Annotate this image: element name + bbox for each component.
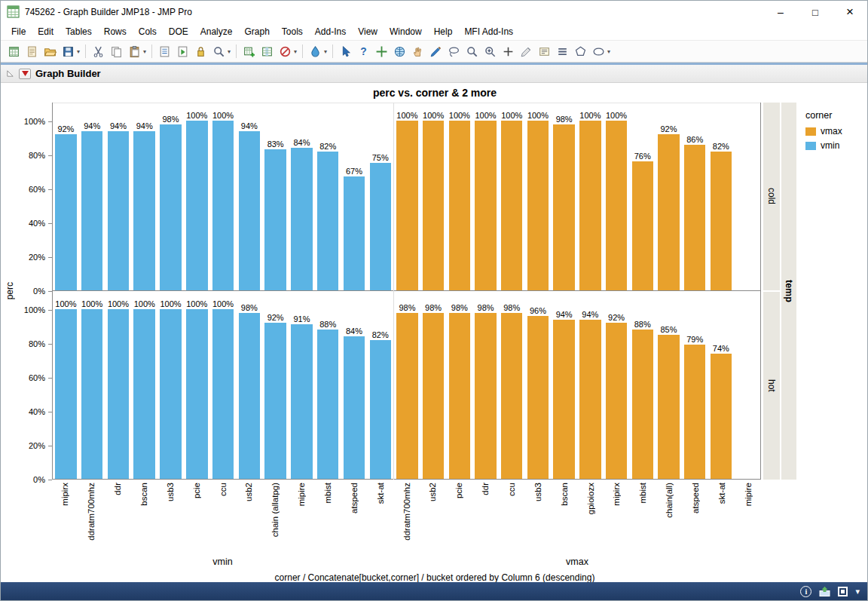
bar-usb2[interactable] bbox=[423, 121, 444, 290]
distribution-icon[interactable] bbox=[307, 43, 323, 60]
bar-ddratm700mhz[interactable] bbox=[396, 313, 417, 480]
x-tick-label[interactable]: ddratm700mhz bbox=[402, 483, 411, 541]
bar-bscan[interactable] bbox=[133, 309, 155, 479]
close-button[interactable]: × bbox=[833, 1, 867, 23]
crosshair-tool-icon[interactable] bbox=[373, 43, 390, 60]
bar-mbist[interactable] bbox=[317, 152, 339, 291]
new-data-table-icon[interactable] bbox=[5, 43, 22, 60]
bar-ddr[interactable] bbox=[108, 131, 130, 291]
bar-gpioiozx[interactable] bbox=[579, 320, 601, 480]
maximize-button[interactable]: □ bbox=[798, 1, 833, 23]
grabber-tool-icon[interactable] bbox=[409, 43, 426, 60]
run-script-icon[interactable] bbox=[174, 43, 191, 60]
x-tick-label[interactable]: bscan bbox=[139, 483, 148, 506]
menu-help[interactable]: Help bbox=[428, 25, 459, 38]
bar-ddr[interactable] bbox=[475, 313, 496, 480]
bar-pcie[interactable] bbox=[449, 313, 470, 480]
row-facet-label-hot[interactable]: hot bbox=[763, 292, 780, 480]
toolbar-dropdown-icon[interactable]: ▾ bbox=[77, 48, 80, 55]
x-tick-label[interactable]: chain(all) bbox=[665, 483, 674, 518]
x-tick-label[interactable]: atspeed bbox=[691, 483, 700, 514]
x-tick-label[interactable]: mbist bbox=[323, 483, 332, 503]
cut-icon[interactable] bbox=[90, 43, 106, 60]
facet-variable-strip[interactable]: temp bbox=[781, 103, 796, 480]
menu-tools[interactable]: Tools bbox=[276, 25, 309, 38]
menu-rows[interactable]: Rows bbox=[98, 25, 133, 38]
bar-chain-all-[interactable] bbox=[658, 335, 679, 479]
bar-mbist[interactable] bbox=[317, 330, 339, 479]
list-tool-icon[interactable] bbox=[554, 43, 570, 60]
bar-mipirx[interactable] bbox=[55, 309, 77, 479]
bar-ddr[interactable] bbox=[475, 121, 496, 290]
bar-usb3[interactable] bbox=[527, 316, 549, 479]
annotate-tool-icon[interactable] bbox=[536, 43, 552, 60]
x-tick-label[interactable]: skt-at bbox=[717, 483, 726, 504]
bar-mbist[interactable] bbox=[632, 330, 653, 479]
toolbar-dropdown-icon[interactable]: ▾ bbox=[294, 48, 297, 55]
x-tick-label[interactable]: mbist bbox=[638, 483, 647, 503]
menu-mfi-add-ins[interactable]: MFI Add-Ins bbox=[458, 25, 519, 38]
x-tick-label[interactable]: ddr bbox=[113, 483, 122, 495]
bar-pcie[interactable] bbox=[449, 121, 470, 290]
arrow-tool-icon[interactable] bbox=[337, 43, 353, 60]
x-tick-label[interactable]: usb2 bbox=[428, 483, 437, 501]
globe-tool-icon[interactable] bbox=[391, 43, 408, 60]
lock-icon[interactable] bbox=[192, 43, 209, 60]
bar-ddratm700mhz[interactable] bbox=[396, 121, 417, 290]
bar-atspeed[interactable] bbox=[344, 176, 365, 290]
bar-mbist[interactable] bbox=[632, 161, 653, 290]
magnifier-tool-icon[interactable] bbox=[463, 43, 480, 60]
menu-graph[interactable]: Graph bbox=[238, 25, 275, 38]
bar-mipirx[interactable] bbox=[606, 323, 627, 479]
x-tick-label[interactable]: usb3 bbox=[533, 483, 542, 501]
bar-atspeed[interactable] bbox=[344, 336, 365, 479]
x-tick-label[interactable]: usb2 bbox=[244, 483, 253, 501]
bar-bscan[interactable] bbox=[553, 320, 574, 480]
x-tick-label[interactable]: mipire bbox=[744, 483, 753, 506]
bar-skt-at[interactable] bbox=[370, 163, 392, 290]
menu-analyze[interactable]: Analyze bbox=[194, 25, 239, 38]
bar-ccu[interactable] bbox=[212, 121, 234, 290]
toolbar-dropdown-icon[interactable]: ▾ bbox=[228, 48, 231, 55]
menu-window[interactable]: Window bbox=[384, 25, 428, 38]
x-tick-label[interactable]: gpioiozx bbox=[586, 483, 595, 514]
x-tick-label[interactable]: mipire bbox=[297, 483, 306, 506]
bar-bscan[interactable] bbox=[133, 131, 155, 291]
menu-tables[interactable]: Tables bbox=[60, 25, 98, 38]
paste-icon[interactable] bbox=[126, 43, 142, 60]
x-tick-label[interactable]: mipirx bbox=[612, 483, 621, 506]
menu-edit[interactable]: Edit bbox=[32, 25, 60, 38]
x-tick-label[interactable]: bscan bbox=[560, 483, 569, 506]
bar-gpioiozx[interactable] bbox=[579, 121, 601, 290]
brush-tool-icon[interactable] bbox=[427, 43, 444, 60]
window-manager-icon[interactable] bbox=[819, 586, 830, 597]
bar-usb2[interactable] bbox=[239, 313, 261, 480]
x-tick-label[interactable]: ccu bbox=[219, 483, 228, 496]
x-tick-label[interactable]: pcie bbox=[192, 483, 201, 498]
x-tick-label[interactable]: ddr bbox=[481, 483, 490, 495]
collapse-triangle-icon[interactable] bbox=[6, 69, 14, 78]
bar-mipire[interactable] bbox=[291, 324, 313, 479]
menu-doe[interactable]: DOE bbox=[163, 25, 194, 38]
minimize-button[interactable]: – bbox=[763, 1, 798, 23]
bar-mipirx[interactable] bbox=[606, 121, 627, 290]
bar-usb2[interactable] bbox=[423, 313, 444, 480]
plus-tool-icon[interactable] bbox=[500, 43, 516, 60]
bar-skt-at[interactable] bbox=[370, 340, 392, 480]
bar-usb3[interactable] bbox=[527, 121, 549, 290]
bar-ddratm700mhz[interactable] bbox=[81, 131, 103, 291]
bar-usb3[interactable] bbox=[160, 309, 182, 479]
bar-pcie[interactable] bbox=[186, 309, 208, 479]
help-tool-icon[interactable]: ? bbox=[355, 43, 371, 60]
x-tick-label[interactable]: mipirx bbox=[60, 483, 69, 506]
status-menu-icon[interactable]: ▾ bbox=[855, 587, 860, 596]
bar-ccu[interactable] bbox=[501, 121, 522, 290]
add-columns-icon[interactable] bbox=[258, 43, 275, 60]
menu-add-ins[interactable]: Add-Ins bbox=[309, 25, 352, 38]
bar-bscan[interactable] bbox=[553, 124, 574, 291]
info-icon[interactable]: i bbox=[800, 586, 811, 597]
bar-mipirx[interactable] bbox=[55, 134, 77, 290]
scalpel-tool-icon[interactable] bbox=[518, 43, 534, 60]
search-icon[interactable] bbox=[210, 43, 227, 60]
status-checkbox[interactable] bbox=[838, 587, 848, 596]
